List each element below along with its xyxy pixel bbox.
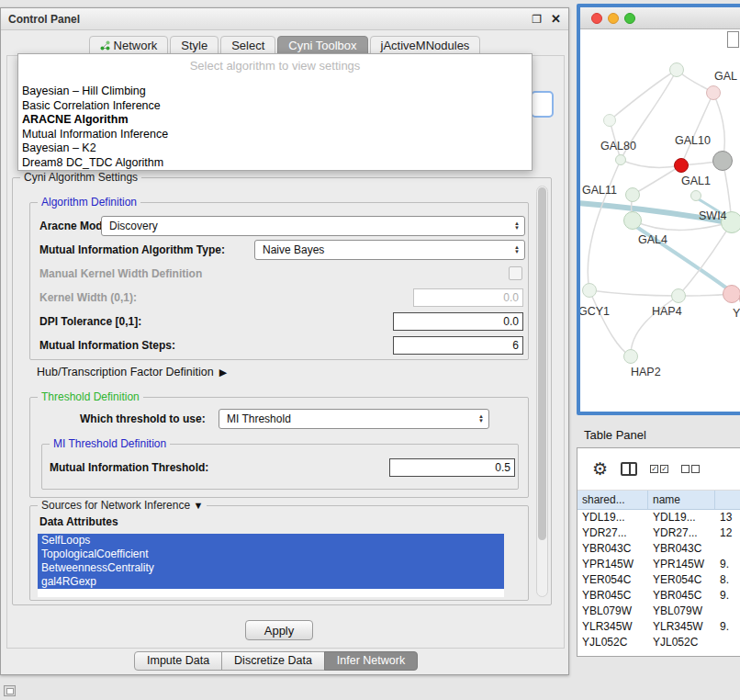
cyni-settings-title: Cyni Algorithm Settings — [20, 171, 141, 184]
algorithm-option-aracne-algorithm[interactable]: ARACNE Algorithm — [20, 113, 530, 128]
table-cell: YBR043C — [648, 541, 715, 557]
column-header[interactable] — [715, 491, 740, 509]
data-attributes-label: Data Attributes — [39, 512, 118, 532]
network-view-window: GALGAL80GAL10GAL11GAL1SWI4GAL4GCY1HAP4YH… — [577, 4, 740, 415]
network-node[interactable] — [712, 151, 733, 171]
network-canvas[interactable]: GALGAL80GAL10GAL11GAL1SWI4GAL4GCY1HAP4YH… — [580, 29, 740, 411]
threshold-definition-group: Threshold Definition Which threshold to … — [29, 397, 529, 498]
network-node-gal10[interactable] — [674, 158, 689, 173]
algorithm-combo-fragment[interactable] — [531, 91, 554, 118]
table-settings-gear-icon[interactable]: ⚙ — [592, 460, 608, 478]
tab-select[interactable]: Select — [220, 36, 275, 55]
table-row[interactable]: YLR345WYLR345W9. — [577, 619, 740, 635]
mi-type-select[interactable]: Naive Bayes ▲▼ — [254, 240, 525, 260]
table-row[interactable]: YJL052CYJL052C — [577, 635, 740, 650]
table-toolbar: ⚙ ✓✓ — [577, 448, 740, 491]
close-window-icon[interactable]: ✕ — [551, 12, 561, 26]
network-node-hap4[interactable] — [723, 285, 740, 303]
expand-arrow-icon: ▶ — [219, 367, 227, 378]
dpi-tolerance-input[interactable] — [393, 312, 523, 331]
attribute-item-gal4rgexp[interactable]: gal4RGexp — [38, 575, 504, 589]
tab-label: Network — [114, 39, 158, 52]
node-label: GAL1 — [681, 175, 711, 187]
scrollbar-thumb[interactable] — [538, 187, 546, 540]
sources-title[interactable]: Sources for Network Inference ▼ — [38, 499, 207, 512]
table-row[interactable]: YPR145WYPR145W9. — [577, 557, 740, 572]
table-cell: YJL052C — [648, 635, 715, 650]
dpi-tolerance-label: DPI Tolerance [0,1]: — [39, 311, 141, 332]
network-node-gcy1[interactable] — [582, 283, 597, 298]
mi-steps-input[interactable] — [393, 336, 523, 355]
table-row[interactable]: YBL079WYBL079W — [577, 604, 740, 619]
algorithm-option-dream8-dc-tdc-algorithm[interactable]: Dream8 DC_TDC Algorithm — [20, 156, 530, 171]
minimize-window-button[interactable] — [608, 13, 619, 24]
zoom-window-button[interactable] — [624, 13, 635, 24]
which-threshold-select[interactable]: MI Threshold ▲▼ — [219, 409, 489, 429]
table-row[interactable]: YDR27...YDR27...12 — [577, 525, 740, 541]
table-cell: YDR27... — [577, 525, 648, 541]
unselect-all-columns-icon[interactable] — [681, 465, 700, 473]
table-cell: YBR043C — [577, 541, 648, 557]
network-node[interactable] — [603, 114, 616, 127]
mi-threshold-input[interactable] — [389, 458, 515, 477]
settings-scrollbar[interactable] — [536, 186, 548, 597]
tab-style[interactable]: Style — [170, 36, 219, 55]
table-cell: 9. — [715, 619, 740, 635]
algorithm-option-bayesian-hill-climbing[interactable]: Bayesian – Hill Climbing — [20, 85, 530, 99]
apply-button[interactable]: Apply — [245, 620, 313, 640]
window-title: Control Panel — [8, 13, 522, 26]
table-row[interactable]: YBR043CYBR043C — [577, 541, 740, 557]
table-row[interactable]: YBR045CYBR045C9. — [577, 588, 740, 604]
bottom-tab-impute-data[interactable]: Impute Data — [134, 651, 222, 671]
network-node-gal11[interactable] — [625, 187, 640, 202]
network-window-titlebar[interactable] — [580, 7, 740, 29]
dock-panel-icon[interactable] — [4, 685, 16, 696]
network-node[interactable] — [671, 288, 686, 303]
network-node[interactable] — [669, 62, 684, 77]
algorithm-option-mutual-information-inference[interactable]: Mutual Information Inference — [20, 128, 530, 142]
table-row[interactable]: YDL19...YDL19...13 — [577, 510, 740, 525]
sources-group: Sources for Network Inference ▼ Data Att… — [29, 505, 529, 601]
data-attributes-list[interactable]: SelfLoopsTopologicalCoefficientBetweenne… — [38, 534, 504, 597]
algorithm-option-basic-correlation-inference[interactable]: Basic Correlation Inference — [20, 99, 530, 114]
table-cell — [715, 541, 740, 557]
table-cell: YJL052C — [577, 635, 648, 650]
attribute-item-betweennesscentrality[interactable]: BetweennessCentrality — [38, 561, 504, 575]
table-cell: YBL079W — [648, 604, 715, 619]
aracne-mode-select[interactable]: Discovery ▲▼ — [101, 216, 525, 236]
network-node-gal[interactable] — [706, 85, 721, 100]
bottom-tab-infer-network[interactable]: Infer Network — [324, 651, 418, 671]
bottom-tab-bar: Impute DataDiscretize DataInfer Network — [134, 651, 418, 671]
table-cell: 9. — [715, 588, 740, 604]
float-window-icon[interactable]: ❐ — [532, 13, 542, 26]
algorithm-option-bayesian-k2[interactable]: Bayesian – K2 — [20, 141, 530, 156]
tab-network[interactable]: Network — [89, 36, 169, 55]
kernel-width-input[interactable] — [413, 288, 523, 307]
control-panel-titlebar[interactable]: Control Panel ❐ ✕ — [1, 8, 568, 30]
table-cell — [715, 635, 740, 650]
hub-definition-toggle[interactable]: Hub/Transcription Factor Definition ▶ — [37, 366, 227, 378]
table-cell: 13 — [715, 510, 740, 525]
attribute-item-selfloops[interactable]: SelfLoops — [38, 534, 504, 548]
bottom-tab-discretize-data[interactable]: Discretize Data — [221, 651, 325, 671]
table-header: shared...name — [577, 491, 740, 510]
table-row[interactable]: YER054CYER054C8. — [577, 572, 740, 588]
table-cell: YPR145W — [577, 557, 648, 572]
select-all-columns-icon[interactable]: ✓✓ — [650, 465, 668, 473]
manual-kernel-checkbox[interactable] — [509, 266, 522, 280]
birdseye-box[interactable] — [727, 31, 739, 48]
tab-jactivemnodules[interactable]: jActiveMNodules — [370, 36, 481, 55]
network-node-gal4[interactable] — [623, 211, 642, 230]
network-node-gal1[interactable] — [690, 190, 701, 201]
table-cell: YDL19... — [648, 510, 715, 525]
table-cell: 9. — [715, 557, 740, 572]
close-window-button[interactable] — [591, 13, 602, 24]
network-node-gal80[interactable] — [615, 154, 626, 165]
column-header[interactable]: name — [648, 491, 715, 509]
tab-cyni-toolbox[interactable]: Cyni Toolbox — [277, 36, 367, 55]
network-node-hap2[interactable] — [623, 349, 638, 364]
aracne-mode-value: Discovery — [109, 220, 514, 232]
attribute-item-topologicalcoefficient[interactable]: TopologicalCoefficient — [38, 548, 504, 561]
column-header[interactable]: shared... — [577, 491, 648, 509]
show-columns-icon[interactable] — [621, 462, 637, 476]
